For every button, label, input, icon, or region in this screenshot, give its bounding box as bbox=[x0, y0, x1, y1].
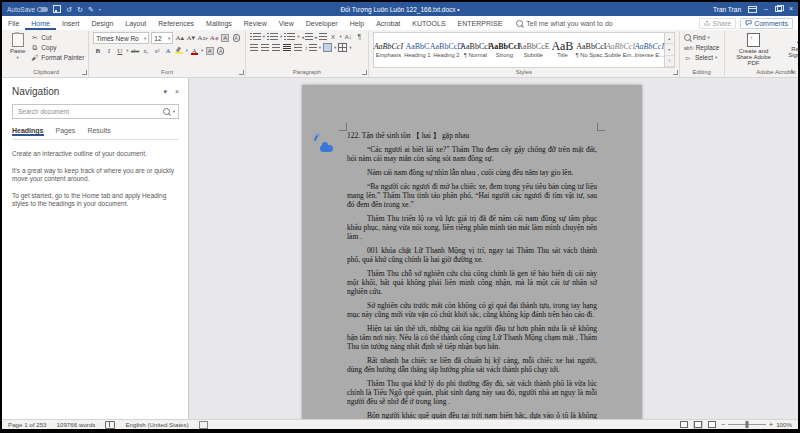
borders-caret-icon[interactable]: ▾ bbox=[349, 45, 351, 50]
style-emphasis[interactable]: AaBbCcIEmphasis bbox=[374, 33, 403, 67]
word-count[interactable]: 109766 words bbox=[57, 421, 96, 428]
paste-caret-icon[interactable]: ▾ bbox=[17, 55, 19, 60]
undo-icon[interactable]: ↺ bbox=[66, 6, 72, 13]
underline-icon[interactable] bbox=[115, 46, 124, 55]
styles-scrollbar[interactable]: ▴ ▾ ≡ bbox=[665, 32, 675, 68]
document-paragraph[interactable]: Bốn người khác quê quán đều tại trời nam… bbox=[347, 411, 597, 419]
numbering-caret-icon[interactable]: ▾ bbox=[280, 34, 282, 39]
tab-mailings[interactable]: Mailings bbox=[200, 16, 238, 30]
proofing-icon[interactable] bbox=[105, 421, 115, 429]
document-paragraph[interactable]: Rất nhanh ba chiếc xe liền đã chuẩn bị k… bbox=[347, 356, 597, 374]
replace-button[interactable]: ab↻ Replace bbox=[684, 43, 720, 52]
styles-more-icon[interactable]: ≡ bbox=[665, 56, 674, 67]
style-subtitle[interactable]: AaBbCcESubtitle bbox=[519, 33, 548, 67]
highlight-caret-icon[interactable]: ▾ bbox=[186, 48, 188, 53]
style-normal[interactable]: AaBbCcI¶ Normal bbox=[461, 33, 490, 67]
paragraph-dialog-launcher[interactable] bbox=[362, 70, 367, 75]
copy-button[interactable]: ⧉ Copy bbox=[30, 43, 84, 52]
font-dialog-launcher[interactable] bbox=[239, 70, 244, 75]
style-subtle[interactable]: AaBbCcISubtle Em... bbox=[606, 33, 635, 67]
zoom-slider[interactable] bbox=[728, 421, 766, 428]
tab-file[interactable]: File bbox=[2, 16, 25, 30]
nav-tab-results[interactable]: Results bbox=[87, 127, 110, 136]
style-h2[interactable]: AaBbCcDHeading 2 bbox=[432, 33, 461, 67]
tab-developer[interactable]: Developer bbox=[300, 16, 344, 30]
tab-kutools[interactable]: KUTOOLS bbox=[406, 16, 451, 30]
search-options-caret-icon[interactable]: ▾ bbox=[173, 109, 175, 114]
styles-scroll-down-icon[interactable]: ▾ bbox=[665, 44, 674, 55]
enclose-characters-icon[interactable] bbox=[232, 34, 241, 43]
navigation-close-icon[interactable]: × bbox=[175, 88, 179, 96]
restore-icon[interactable] bbox=[775, 6, 782, 12]
grow-font-icon[interactable]: A▴ bbox=[175, 34, 184, 43]
style-nospace[interactable]: AaBbCcI¶ No Spac... bbox=[577, 33, 606, 67]
font-color-caret-icon[interactable]: ▾ bbox=[201, 48, 203, 53]
save-icon[interactable] bbox=[53, 5, 61, 13]
create-share-pdf-button[interactable]: Create and Share Adobe PDF bbox=[729, 32, 779, 67]
customize-qat-icon[interactable]: ▾ bbox=[99, 7, 101, 12]
clipboard-dialog-launcher[interactable] bbox=[82, 70, 87, 75]
document-paragraph[interactable]: Sở nghiên cứu trước mắt còn không có gì … bbox=[347, 301, 597, 319]
document-paragraph[interactable]: Thẩm Thu quá khứ lý do phi thường đầy đủ… bbox=[347, 379, 597, 406]
show-hide-marks-icon[interactable] bbox=[355, 32, 364, 41]
tab-help[interactable]: Help bbox=[344, 16, 370, 30]
comments-button[interactable]: Comments bbox=[740, 18, 793, 29]
document-paragraph[interactable]: Thẩm Thu chỗ sở nghiên cứu chủ công chín… bbox=[347, 269, 597, 296]
zoom-level[interactable]: 100% bbox=[776, 421, 792, 428]
request-signatures-button[interactable]: Request Signatures bbox=[782, 32, 799, 59]
navigation-search-box[interactable]: ▾ bbox=[12, 104, 179, 119]
web-layout-button[interactable] bbox=[707, 421, 717, 429]
font-color-icon[interactable] bbox=[190, 46, 199, 55]
tab-design[interactable]: Design bbox=[85, 16, 119, 30]
collapse-ribbon-icon[interactable]: ∧ bbox=[790, 67, 794, 74]
search-icon[interactable] bbox=[163, 108, 170, 115]
tab-insert[interactable]: Insert bbox=[56, 16, 86, 30]
tab-acrobat[interactable]: Acrobat bbox=[370, 16, 406, 30]
multilevel-list-icon[interactable] bbox=[284, 32, 295, 41]
navigation-menu-caret-icon[interactable]: ▾ bbox=[163, 88, 167, 96]
nav-tab-headings[interactable]: Headings bbox=[12, 127, 44, 136]
increase-indent-icon[interactable] bbox=[315, 32, 327, 41]
autosave-toggle[interactable]: AutoSave bbox=[7, 6, 48, 13]
document-paragraph[interactable]: “Các ngươi ai biết lái xe?” Thẩm Thu đem… bbox=[347, 145, 597, 163]
zoom-slider-thumb[interactable] bbox=[746, 421, 749, 428]
cut-button[interactable]: ✂ Cut bbox=[30, 33, 84, 42]
find-button[interactable]: Find ▾ bbox=[684, 33, 720, 42]
styles-dialog-launcher[interactable] bbox=[673, 70, 678, 75]
user-name[interactable]: Tran Tran bbox=[713, 6, 741, 13]
paste-button[interactable]: Paste ▾ bbox=[8, 32, 27, 61]
tab-references[interactable]: References bbox=[152, 16, 200, 30]
sort-icon[interactable] bbox=[344, 32, 353, 41]
multilevel-caret-icon[interactable]: ▾ bbox=[297, 34, 299, 39]
document-paragraph[interactable]: 122. Tận thế sinh tồn 【 hai 】 gặp nhau bbox=[347, 131, 597, 140]
zoom-out-icon[interactable]: − bbox=[721, 421, 725, 428]
subscript-icon[interactable] bbox=[142, 46, 151, 55]
style-strong[interactable]: AaBbCcIStrong bbox=[490, 33, 519, 67]
character-shading-icon[interactable] bbox=[205, 46, 214, 55]
align-left-icon[interactable] bbox=[250, 43, 259, 52]
phonetic-guide-icon[interactable] bbox=[221, 34, 230, 43]
pen-icon[interactable]: ✎ bbox=[88, 6, 94, 13]
style-h1[interactable]: AaBbCHeading 1 bbox=[403, 33, 432, 67]
underline-caret-icon[interactable]: ▾ bbox=[126, 48, 128, 53]
read-mode-button[interactable] bbox=[679, 421, 689, 429]
line-spacing-icon[interactable] bbox=[305, 43, 317, 52]
search-document-input[interactable] bbox=[16, 107, 160, 116]
tell-me-box[interactable]: Tell me what you want to do bbox=[516, 16, 612, 30]
share-button[interactable]: Share bbox=[699, 18, 736, 29]
numbering-icon[interactable] bbox=[267, 32, 278, 41]
zoom-in-icon[interactable]: + bbox=[769, 421, 773, 428]
tab-layout[interactable]: Layout bbox=[119, 16, 152, 30]
shading-caret-icon[interactable]: ▾ bbox=[334, 45, 336, 50]
line-spacing-caret-icon[interactable]: ▾ bbox=[319, 45, 321, 50]
bold-icon[interactable] bbox=[93, 46, 102, 55]
redo-icon[interactable]: ↻ bbox=[77, 6, 83, 13]
minimize-icon[interactable]: – bbox=[764, 5, 768, 13]
asian-layout-icon[interactable] bbox=[329, 32, 338, 41]
document-paragraph[interactable]: Hiện tại tận thế tới, những cái kia ngườ… bbox=[347, 324, 597, 351]
align-right-icon[interactable] bbox=[272, 43, 281, 52]
ribbon-display-options-icon[interactable] bbox=[748, 6, 757, 13]
close-icon[interactable]: × bbox=[789, 5, 793, 13]
distributed-icon[interactable] bbox=[294, 43, 303, 52]
document-paragraph[interactable]: “Ba người các ngươi đi mở ba chiếc xe, đ… bbox=[347, 182, 597, 209]
